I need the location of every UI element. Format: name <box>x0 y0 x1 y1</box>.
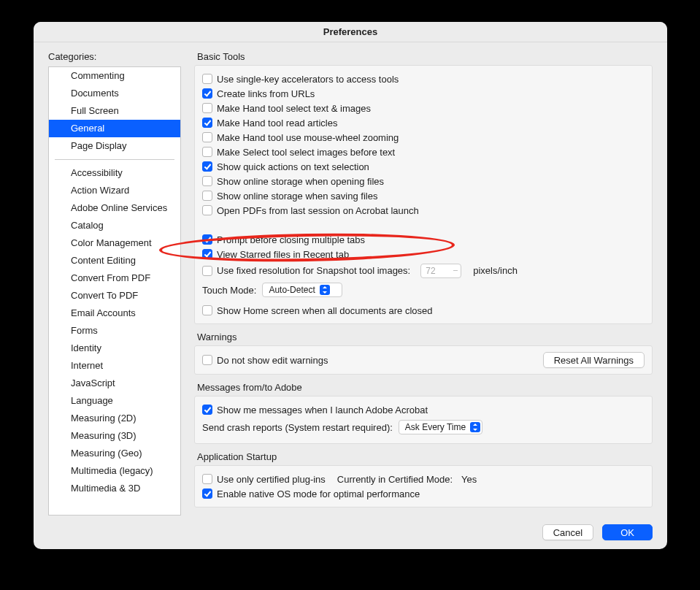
checkbox-native-os-mode[interactable] <box>202 489 212 499</box>
label-show-home-screen: Show Home screen when all documents are … <box>217 305 433 316</box>
sidebar-item-javascript[interactable]: JavaScript <box>49 375 180 392</box>
sidebar-item-catalog[interactable]: Catalog <box>49 217 180 234</box>
sidebar-item-multimedia-legacy-[interactable]: Multimedia (legacy) <box>49 462 180 480</box>
checkbox-show-quick-actions-on-text-selection[interactable] <box>202 161 212 172</box>
sidebar-item-measuring-3d-[interactable]: Measuring (3D) <box>49 427 180 445</box>
checkbox-create-links-from-urls[interactable] <box>202 88 212 99</box>
checkbox-show-messages[interactable] <box>202 405 212 415</box>
label-crash-reports: Send crash reports (System restart requi… <box>202 422 393 433</box>
sidebar-item-measuring-2d-[interactable]: Measuring (2D) <box>49 410 180 427</box>
sidebar-item-identity[interactable]: Identity <box>49 340 180 357</box>
section-warnings: Do not show edit warnings Reset All Warn… <box>194 345 653 375</box>
sidebar-item-documents[interactable]: Documents <box>49 85 180 102</box>
select-crash-reports-value: Ask Every Time <box>405 422 466 432</box>
label-certified-plugins: Use only certified plug-ins <box>217 474 326 485</box>
label-open-pdfs-from-last-session-on-acrobat-l: Open PDFs from last session on Acrobat l… <box>217 205 419 216</box>
sidebar-divider <box>55 159 174 160</box>
label-snapshot-unit: pixels/inch <box>473 265 518 276</box>
label-use-single-key-accelerators-to-access-to: Use single-key accelerators to access to… <box>217 74 399 85</box>
label-make-hand-tool-use-mouse-wheel-zooming: Make Hand tool use mouse-wheel zooming <box>217 132 399 143</box>
sidebar-item-accessibility[interactable]: Accessibility <box>49 164 180 182</box>
sidebar-item-content-editing[interactable]: Content Editing <box>49 252 180 269</box>
label-show-online-storage-when-saving-files: Show online storage when saving files <box>217 191 377 202</box>
section-basic-tools: Use single-key accelerators to access to… <box>194 65 653 324</box>
checkbox-do-not-show-edit-warnings[interactable] <box>202 355 212 365</box>
select-touch-mode-value: Auto-Detect <box>269 285 315 295</box>
label-certified-mode: Currently in Certified Mode: <box>337 474 453 485</box>
section-messages-title: Messages from/to Adobe <box>194 382 653 396</box>
label-make-select-tool-select-images-before-te: Make Select tool select images before te… <box>217 147 395 158</box>
section-startup: Use only certified plug-ins Currently in… <box>194 465 653 507</box>
checkbox-make-select-tool-select-images-before-te[interactable] <box>202 147 212 157</box>
section-warnings-title: Warnings <box>194 332 653 345</box>
section-startup-title: Application Startup <box>194 451 653 465</box>
reset-all-warnings-button[interactable]: Reset All Warnings <box>543 352 645 368</box>
sidebar-item-convert-to-pdf[interactable]: Convert To PDF <box>49 287 180 304</box>
sidebar-item-color-management[interactable]: Color Management <box>49 234 180 252</box>
checkbox-prompt-before-closing-multiple-tabs[interactable] <box>202 234 212 245</box>
label-make-hand-tool-read-articles: Make Hand tool read articles <box>217 118 337 129</box>
checkbox-show-online-storage-when-opening-files[interactable] <box>202 176 212 186</box>
label-fixed-resolution-snapshot: Use fixed resolution for Snapshot tool i… <box>217 265 410 276</box>
checkbox-open-pdfs-from-last-session-on-acrobat-l[interactable] <box>202 205 212 215</box>
checkbox-make-hand-tool-use-mouse-wheel-zooming[interactable] <box>202 132 212 142</box>
sidebar-item-multimedia-3d[interactable]: Multimedia & 3D <box>49 480 180 497</box>
sidebar-item-email-accounts[interactable]: Email Accounts <box>49 304 180 322</box>
section-basic-tools-title: Basic Tools <box>194 51 653 65</box>
label-touch-mode: Touch Mode: <box>202 285 256 296</box>
checkbox-use-single-key-accelerators-to-access-to[interactable] <box>202 74 212 84</box>
dialog-footer: Cancel OK <box>34 516 667 549</box>
input-snapshot-resolution[interactable] <box>420 264 461 278</box>
label-show-quick-actions-on-text-selection: Show quick actions on text selection <box>217 161 369 172</box>
label-show-online-storage-when-opening-files: Show online storage when opening files <box>217 176 384 187</box>
value-certified-mode: Yes <box>461 474 477 485</box>
categories-list[interactable]: CommentingDocumentsFull ScreenGeneralPag… <box>48 66 181 516</box>
checkbox-fixed-resolution-snapshot[interactable] <box>202 266 212 276</box>
sidebar-item-adobe-online-services[interactable]: Adobe Online Services <box>49 199 180 217</box>
sidebar-item-commenting[interactable]: Commenting <box>49 67 180 85</box>
section-messages: Show me messages when I launch Adobe Acr… <box>194 396 653 444</box>
sidebar-item-full-screen[interactable]: Full Screen <box>49 102 180 120</box>
checkbox-make-hand-tool-select-text-images[interactable] <box>202 103 212 113</box>
chevron-updown-icon <box>320 285 330 295</box>
window-title: Preferences <box>34 22 667 42</box>
chevron-updown-icon <box>470 422 480 432</box>
checkbox-show-home-screen[interactable] <box>202 305 212 315</box>
label-view-starred-files-in-recent-tab: View Starred files in Recent tab <box>217 249 349 260</box>
select-crash-reports[interactable]: Ask Every Time <box>399 420 482 434</box>
label-native-os-mode: Enable native OS mode for optimal perfor… <box>217 489 420 499</box>
sidebar-item-language[interactable]: Language <box>49 392 180 410</box>
sidebar-item-forms[interactable]: Forms <box>49 322 180 340</box>
checkbox-certified-plugins[interactable] <box>202 474 212 484</box>
select-touch-mode[interactable]: Auto-Detect <box>262 283 342 297</box>
sidebar-item-measuring-geo-[interactable]: Measuring (Geo) <box>49 445 180 462</box>
label-create-links-from-urls: Create links from URLs <box>217 88 315 99</box>
sidebar-item-convert-from-pdf[interactable]: Convert From PDF <box>49 269 180 287</box>
checkbox-view-starred-files-in-recent-tab[interactable] <box>202 249 212 259</box>
label-show-messages: Show me messages when I launch Adobe Acr… <box>217 405 428 415</box>
sidebar-item-internet[interactable]: Internet <box>49 357 180 375</box>
label-do-not-show-edit-warnings: Do not show edit warnings <box>217 355 328 366</box>
preferences-window: Preferences Categories: CommentingDocume… <box>34 22 667 549</box>
ok-button[interactable]: OK <box>602 524 653 540</box>
checkbox-show-online-storage-when-saving-files[interactable] <box>202 191 212 201</box>
categories-label: Categories: <box>48 51 181 62</box>
label-prompt-before-closing-multiple-tabs: Prompt before closing multiple tabs <box>217 234 365 245</box>
label-make-hand-tool-select-text-images: Make Hand tool select text & images <box>217 103 371 114</box>
sidebar-item-general[interactable]: General <box>49 120 180 137</box>
sidebar-item-action-wizard[interactable]: Action Wizard <box>49 182 180 199</box>
sidebar-item-page-display[interactable]: Page Display <box>49 137 180 155</box>
checkbox-make-hand-tool-read-articles[interactable] <box>202 118 212 128</box>
cancel-button[interactable]: Cancel <box>542 524 593 540</box>
